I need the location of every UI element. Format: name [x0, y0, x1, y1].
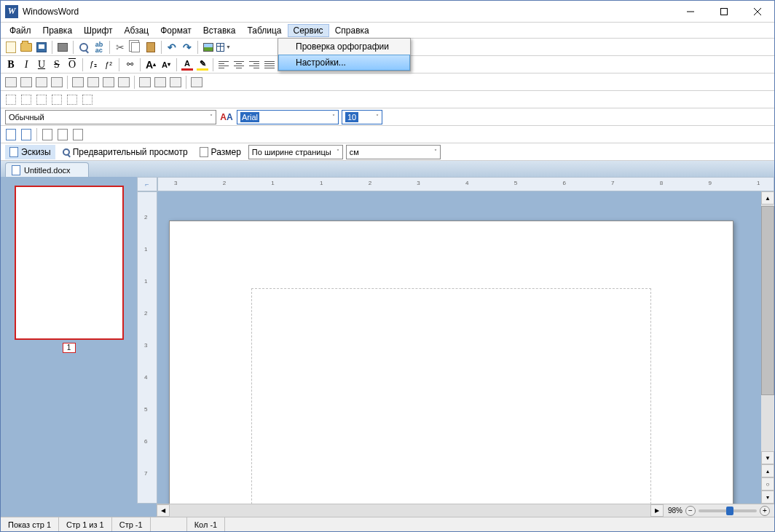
- open-button[interactable]: [19, 40, 34, 55]
- scroll-right-button[interactable]: ▶: [650, 504, 664, 517]
- align-left-button[interactable]: [216, 57, 231, 72]
- menu-file[interactable]: Файл: [4, 24, 37, 37]
- page[interactable]: [169, 221, 733, 504]
- border-btn-4[interactable]: [50, 92, 64, 107]
- size-button[interactable]: Размер: [195, 145, 245, 159]
- para-btn-1[interactable]: [4, 75, 18, 90]
- menu-settings[interactable]: Настройки...: [278, 55, 410, 71]
- para-btn-7[interactable]: [101, 75, 116, 90]
- border-btn-5[interactable]: [65, 92, 79, 107]
- para-btn-10[interactable]: [153, 75, 168, 90]
- page-btn-3[interactable]: [40, 127, 55, 142]
- para-btn-4[interactable]: [50, 75, 64, 90]
- maximize-button[interactable]: [707, 1, 741, 23]
- border-btn-1[interactable]: [4, 92, 18, 107]
- chevron-down-icon: ˅: [376, 114, 379, 120]
- page-btn-5[interactable]: [71, 127, 85, 142]
- border-btn-2[interactable]: [19, 92, 34, 107]
- save-button[interactable]: [34, 40, 49, 55]
- para-btn-12[interactable]: [189, 75, 204, 90]
- highlight-button[interactable]: ✎: [195, 57, 210, 72]
- insert-table-button[interactable]: ▼: [216, 40, 231, 55]
- italic-button[interactable]: I: [19, 57, 34, 72]
- para-btn-11[interactable]: [168, 75, 183, 90]
- para-btn-2[interactable]: [19, 75, 34, 90]
- statusbar: Показ стр 1 Стр 1 из 1 Стр -1 Кол -1: [1, 517, 774, 531]
- menu-service[interactable]: Сервис: [288, 24, 329, 37]
- underline-button[interactable]: U: [34, 57, 49, 72]
- link-button[interactable]: ⚯: [122, 57, 137, 72]
- menu-insert[interactable]: Вставка: [197, 24, 242, 37]
- vertical-scrollbar[interactable]: ▲ ▼ ▴ ○ ▾: [761, 191, 774, 504]
- new-button[interactable]: [4, 40, 18, 55]
- page-area[interactable]: [157, 191, 761, 504]
- border-btn-6[interactable]: [80, 92, 95, 107]
- replace-button[interactable]: abac: [92, 40, 106, 55]
- menu-edit[interactable]: Правка: [37, 24, 79, 37]
- menu-paragraph[interactable]: Абзац: [119, 24, 155, 37]
- service-dropdown: Проверка орфографии Настройки...: [278, 38, 411, 71]
- minimize-button[interactable]: [674, 1, 707, 23]
- ruler-corner[interactable]: ⌐: [137, 177, 157, 191]
- para-btn-5[interactable]: [71, 75, 85, 90]
- horizontal-ruler[interactable]: 3 2 1 1 2 3 4 5 6 7 8 9 10 11 12 13 14 1…: [157, 177, 774, 191]
- insert-image-button[interactable]: [201, 40, 216, 55]
- scroll-down-button[interactable]: ▼: [761, 451, 774, 464]
- copy-button[interactable]: [128, 40, 143, 55]
- align-right-button[interactable]: [247, 57, 261, 72]
- tab-untitled[interactable]: Untitled.docx: [5, 162, 89, 177]
- toolbar-view: Эскизы Предварительный просмотр Размер П…: [1, 143, 774, 161]
- thumbnails-button[interactable]: Эскизы: [5, 145, 55, 159]
- font-combo[interactable]: Arial ˅: [237, 110, 339, 124]
- zoom-out-button[interactable]: −: [685, 506, 696, 516]
- para-btn-3[interactable]: [34, 75, 49, 90]
- zoom-handle[interactable]: [726, 507, 733, 515]
- preview-button[interactable]: Предварительный просмотр: [58, 145, 192, 159]
- menu-format[interactable]: Формат: [154, 24, 197, 37]
- find-button[interactable]: [76, 40, 91, 55]
- font-increase-button[interactable]: A▴: [143, 57, 158, 72]
- scroll-up-button[interactable]: ▲: [761, 191, 774, 205]
- page-nav-button[interactable]: ○: [761, 477, 774, 491]
- para-btn-9[interactable]: [138, 75, 152, 90]
- zoom-in-button[interactable]: +: [760, 506, 770, 516]
- menu-help[interactable]: Справка: [329, 24, 375, 37]
- align-center-button[interactable]: [232, 57, 246, 72]
- menu-spellcheck[interactable]: Проверка орфографии: [278, 39, 410, 55]
- print-button[interactable]: [55, 40, 70, 55]
- paste-button[interactable]: [143, 40, 158, 55]
- para-btn-8[interactable]: [117, 75, 131, 90]
- border-btn-3[interactable]: [34, 92, 49, 107]
- para-btn-6[interactable]: [86, 75, 101, 90]
- menu-table[interactable]: Таблица: [241, 24, 287, 37]
- page-btn-1[interactable]: [4, 127, 18, 142]
- unit-combo[interactable]: см ˅: [346, 145, 441, 159]
- scroll-thumb[interactable]: [761, 206, 774, 395]
- scroll-left-button[interactable]: ◀: [157, 504, 170, 517]
- app-icon: W: [5, 5, 18, 18]
- zoom-slider[interactable]: [699, 509, 757, 512]
- strike-button[interactable]: S: [50, 57, 64, 72]
- zoom-mode-combo[interactable]: По ширине страницы ˅: [248, 145, 343, 159]
- align-justify-button[interactable]: [262, 57, 277, 72]
- page-down-button[interactable]: ▾: [761, 491, 774, 504]
- vertical-ruler[interactable]: 2112345678: [137, 191, 157, 504]
- close-button[interactable]: [741, 1, 774, 23]
- style-combo[interactable]: Обычный ˅: [5, 110, 216, 124]
- font-size-combo[interactable]: 10 ˅: [342, 110, 382, 124]
- subscript-button[interactable]: ƒ₂: [86, 57, 101, 72]
- overline-button[interactable]: O: [65, 57, 79, 72]
- font-color-button[interactable]: A: [180, 57, 194, 72]
- page-thumbnail-1[interactable]: [15, 186, 124, 340]
- undo-button[interactable]: ↶: [165, 40, 179, 55]
- scroll-track[interactable]: [170, 504, 650, 517]
- menu-font[interactable]: Шрифт: [78, 24, 118, 37]
- bold-button[interactable]: B: [4, 57, 18, 72]
- font-decrease-button[interactable]: A▾: [159, 57, 173, 72]
- page-btn-4[interactable]: [55, 127, 70, 142]
- page-up-button[interactable]: ▴: [761, 464, 774, 477]
- cut-button[interactable]: ✂: [113, 40, 127, 55]
- redo-button[interactable]: ↷: [180, 40, 194, 55]
- page-btn-2[interactable]: [19, 127, 34, 142]
- superscript-button[interactable]: ƒ²: [101, 57, 116, 72]
